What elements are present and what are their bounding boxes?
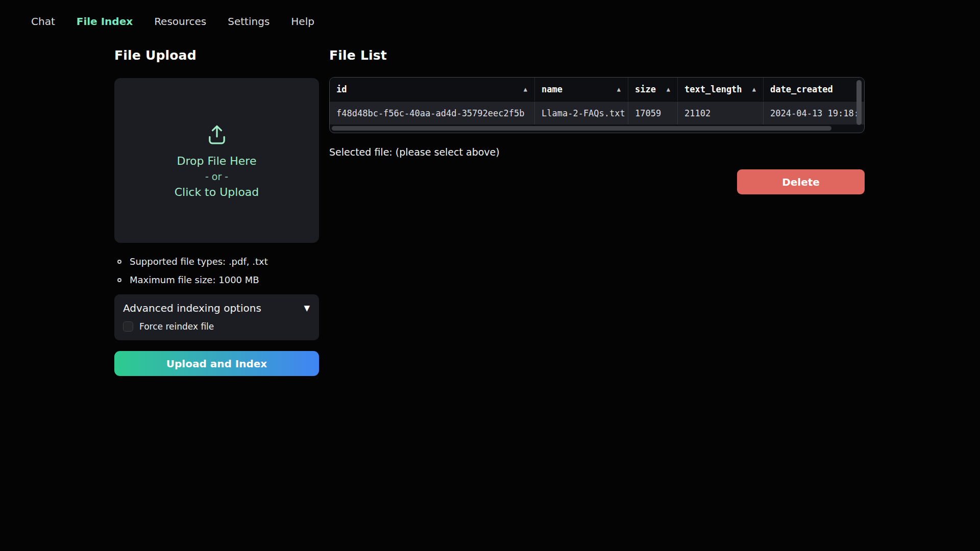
column-label: name bbox=[542, 84, 562, 94]
horizontal-scrollbar[interactable] bbox=[332, 126, 831, 131]
file-upload-panel: File Upload Drop File Here - or - Click … bbox=[114, 48, 319, 376]
column-header-text-length[interactable]: text_length ▲ bbox=[678, 78, 764, 101]
column-header-date-created[interactable]: date_created bbox=[764, 78, 864, 101]
tab-file-index[interactable]: File Index bbox=[77, 15, 133, 28]
file-table: id ▲ name ▲ size ▲ text_length ▲ date_cr… bbox=[329, 77, 865, 133]
table-row[interactable]: f48d48bc-f56c-40aa-ad4d-35792eec2f5b Lla… bbox=[330, 102, 864, 124]
advanced-options-header[interactable]: Advanced indexing options ▼ bbox=[123, 302, 310, 314]
sort-asc-icon[interactable]: ▲ bbox=[617, 86, 621, 93]
circle-bullet-icon bbox=[117, 260, 121, 264]
or-label: - or - bbox=[205, 171, 228, 182]
sort-asc-icon[interactable]: ▲ bbox=[752, 86, 756, 93]
cell-id[interactable]: f48d48bc-f56c-40aa-ad4d-35792eec2f5b bbox=[330, 102, 535, 124]
tab-bar: Chat File Index Resources Settings Help bbox=[0, 0, 980, 28]
note-max-size: Maximum file size: 1000 MB bbox=[114, 274, 319, 285]
column-header-id[interactable]: id ▲ bbox=[330, 78, 535, 101]
column-label: id bbox=[336, 84, 347, 94]
column-header-name[interactable]: name ▲ bbox=[535, 78, 628, 101]
selected-file-text: Selected file: (please select above) bbox=[329, 146, 865, 158]
column-label: text_length bbox=[684, 84, 742, 94]
tab-resources[interactable]: Resources bbox=[154, 15, 206, 28]
cell-text-length[interactable]: 21102 bbox=[678, 102, 764, 124]
force-reindex-label: Force reindex file bbox=[139, 321, 214, 332]
sort-asc-icon[interactable]: ▲ bbox=[524, 86, 527, 93]
note-supported-types: Supported file types: .pdf, .txt bbox=[114, 256, 319, 267]
cell-date-created[interactable]: 2024-04-13 19:18: bbox=[764, 102, 864, 124]
file-dropzone[interactable]: Drop File Here - or - Click to Upload bbox=[114, 78, 319, 243]
file-list-panel: File List id ▲ name ▲ size ▲ text_length… bbox=[329, 48, 865, 376]
delete-button[interactable]: Delete bbox=[737, 169, 865, 194]
drop-file-label: Drop File Here bbox=[177, 155, 257, 167]
vertical-scrollbar[interactable] bbox=[856, 80, 862, 125]
sort-asc-icon[interactable]: ▲ bbox=[667, 86, 670, 93]
upload-notes: Supported file types: .pdf, .txt Maximum… bbox=[114, 256, 319, 285]
chevron-down-icon: ▼ bbox=[304, 304, 310, 313]
column-label: size bbox=[635, 84, 656, 94]
column-label: date_created bbox=[770, 84, 833, 94]
advanced-options-accordion: Advanced indexing options ▼ Force reinde… bbox=[114, 294, 319, 340]
main-content: File Upload Drop File Here - or - Click … bbox=[114, 48, 865, 376]
note-text: Supported file types: .pdf, .txt bbox=[130, 256, 268, 267]
force-reindex-checkbox[interactable] bbox=[123, 321, 133, 332]
force-reindex-row: Force reindex file bbox=[123, 321, 310, 332]
delete-button-row: Delete bbox=[329, 169, 865, 194]
column-header-size[interactable]: size ▲ bbox=[628, 78, 678, 101]
tab-chat[interactable]: Chat bbox=[31, 15, 55, 28]
file-upload-title: File Upload bbox=[114, 48, 319, 63]
circle-bullet-icon bbox=[117, 278, 121, 282]
cell-name[interactable]: Llama-2-FAQs.txt bbox=[535, 102, 628, 124]
click-to-upload-link[interactable]: Click to Upload bbox=[175, 186, 259, 198]
upload-and-index-button[interactable]: Upload and Index bbox=[114, 351, 319, 376]
cell-size[interactable]: 17059 bbox=[628, 102, 678, 124]
advanced-options-title: Advanced indexing options bbox=[123, 302, 261, 314]
file-list-title: File List bbox=[329, 48, 865, 63]
table-header-row: id ▲ name ▲ size ▲ text_length ▲ date_cr… bbox=[330, 78, 864, 102]
upload-icon bbox=[205, 122, 229, 148]
tab-settings[interactable]: Settings bbox=[228, 15, 270, 28]
tab-help[interactable]: Help bbox=[291, 15, 314, 28]
note-text: Maximum file size: 1000 MB bbox=[130, 274, 259, 285]
